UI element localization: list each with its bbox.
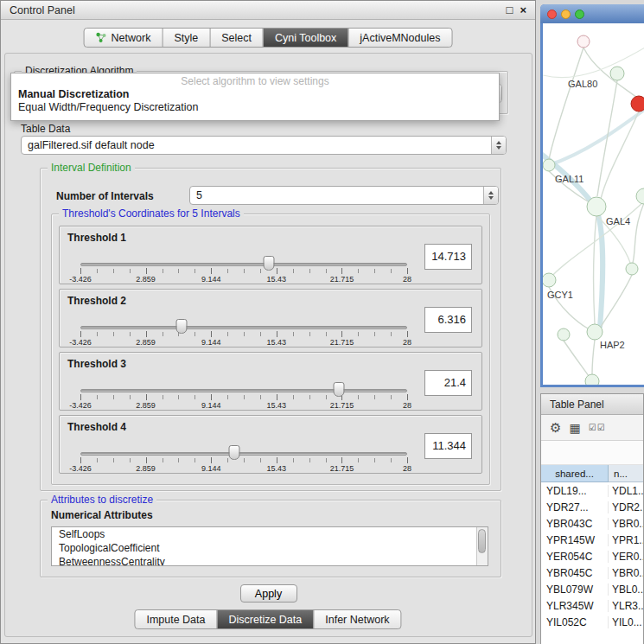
network-edge[interactable] <box>549 108 644 165</box>
table-cell[interactable]: YLR3... <box>609 600 643 612</box>
zoom-traffic-light-icon[interactable] <box>575 10 584 19</box>
threshold-slider[interactable]: -3.4262.8599.14415.4321.71528 <box>80 258 407 284</box>
threshold-slider[interactable]: -3.4262.8599.14415.4321.71528 <box>80 447 407 473</box>
network-node[interactable] <box>610 67 624 80</box>
table-data-combobox[interactable]: galFiltered.sif default node <box>21 136 507 155</box>
table-cell[interactable]: YIL052C <box>541 616 609 628</box>
slider-track[interactable] <box>80 326 407 329</box>
tab-style[interactable]: Style <box>162 29 209 47</box>
network-node[interactable] <box>631 96 644 112</box>
column-header-shared-name[interactable]: shared... <box>541 465 609 482</box>
threshold-slider[interactable]: -3.4262.8599.14415.4321.71528 <box>80 384 407 410</box>
table-cell[interactable]: YPR145W <box>541 534 609 546</box>
slider-track[interactable] <box>80 452 407 456</box>
network-node[interactable] <box>587 324 603 340</box>
slider-track[interactable] <box>80 263 407 266</box>
combo-spinner-icon[interactable] <box>483 187 498 204</box>
slider-thumb[interactable] <box>264 256 275 271</box>
network-node[interactable] <box>626 263 638 275</box>
network-edge[interactable] <box>601 112 639 199</box>
table-row[interactable]: YDL19...YDL1... <box>541 482 643 499</box>
list-item[interactable]: BetweennessCentrality <box>52 555 488 566</box>
table-panel-titlebar[interactable]: Table Panel <box>541 394 643 415</box>
network-edge[interactable] <box>549 48 583 160</box>
network-edge[interactable] <box>564 341 589 376</box>
network-node[interactable] <box>543 273 556 287</box>
slider-thumb[interactable] <box>228 445 239 460</box>
network-canvas[interactable]: GAL80GAL11GAL4GCY1HAP2 <box>543 23 644 385</box>
table-cell[interactable]: YBR045C <box>541 567 609 579</box>
table-cell[interactable]: YBR0... <box>609 518 643 530</box>
control-panel-titlebar[interactable]: Control Panel □ × <box>1 1 535 20</box>
network-node[interactable] <box>636 188 644 204</box>
scrollbar-thumb[interactable] <box>478 529 486 553</box>
table-cell[interactable]: YDL19... <box>541 485 609 497</box>
tab-cyni-toolbox[interactable]: Cyni Toolbox <box>263 29 348 47</box>
tab-jactivemnodules[interactable]: jActiveMNodules <box>348 29 451 47</box>
slider-thumb[interactable] <box>176 319 188 334</box>
float-window-icon[interactable]: □ <box>507 4 513 16</box>
list-scrollbar[interactable] <box>476 527 488 565</box>
table-cell[interactable]: YLR345W <box>541 600 609 612</box>
network-edge[interactable] <box>592 340 595 374</box>
table-row[interactable]: YBR045CYBR0... <box>541 564 643 581</box>
network-edge[interactable] <box>594 215 596 324</box>
table-cell[interactable]: YBR043C <box>541 518 609 530</box>
table-row[interactable]: YER054CYER0... <box>541 548 643 564</box>
table-row[interactable]: YPR145WYPR1... <box>541 532 643 548</box>
tab-network[interactable]: Network <box>85 29 163 47</box>
table-cell[interactable]: YDR27... <box>541 501 609 513</box>
table-cell[interactable]: YER054C <box>541 551 609 563</box>
number-of-intervals-combobox[interactable]: 5 <box>189 186 499 205</box>
threshold-value-field[interactable]: 21.4 <box>424 370 472 396</box>
close-window-icon[interactable]: × <box>520 4 526 16</box>
table-row[interactable]: YLR345WYLR3... <box>541 597 643 614</box>
slider-tick-label: 21.715 <box>330 401 354 410</box>
threshold-value-field[interactable]: 6.316 <box>424 307 472 333</box>
network-node[interactable] <box>558 328 570 341</box>
close-traffic-light-icon[interactable] <box>547 10 557 19</box>
numerical-attributes-listbox[interactable]: SelfLoopsTopologicalCoefficientBetweenne… <box>51 526 488 566</box>
list-item[interactable]: SelfLoops <box>52 527 488 541</box>
slider-thumb[interactable] <box>333 382 344 397</box>
column-header-name[interactable]: n... <box>609 465 643 482</box>
network-node[interactable] <box>587 197 606 216</box>
tab-impute-data[interactable]: Impute Data <box>135 610 216 628</box>
table-cell[interactable]: YBL079W <box>541 583 609 596</box>
table-row[interactable]: YIL052CYIL0... <box>541 614 643 630</box>
apply-button[interactable]: Apply <box>240 584 297 603</box>
tab-select[interactable]: Select <box>209 29 263 47</box>
table-cell[interactable]: YDL1... <box>609 485 643 497</box>
network-node[interactable] <box>543 159 555 171</box>
table-cell[interactable]: YDR2... <box>609 501 643 513</box>
threshold-value-field[interactable]: 11.344 <box>424 433 472 459</box>
table-cell[interactable]: YER0... <box>609 551 643 563</box>
table-cell[interactable]: YPR1... <box>609 534 643 546</box>
threshold-value-field[interactable]: 14.713 <box>424 244 472 270</box>
row-select-checkbox-icons[interactable]: ☑☑ <box>589 423 606 432</box>
tab-infer-network[interactable]: Infer Network <box>313 610 400 628</box>
slider-major-tick <box>146 268 147 274</box>
list-item[interactable]: TopologicalCoefficient <box>52 541 488 555</box>
dropdown-option-equal-width-frequency[interactable]: Equal Width/Frequency Discretization <box>11 100 499 113</box>
network-edge[interactable] <box>633 203 644 263</box>
table-cell[interactable]: YBR0... <box>609 567 643 579</box>
table-cell[interactable]: YBL0... <box>609 583 643 596</box>
network-window-titlebar[interactable] <box>540 4 644 23</box>
columns-icon[interactable]: ▦ <box>569 421 580 435</box>
table-cell[interactable]: YIL0... <box>609 616 643 628</box>
table-row[interactable]: YBL079WYBL0... <box>541 581 643 597</box>
settings-gear-icon[interactable]: ⚙ <box>550 420 561 436</box>
network-node[interactable] <box>585 374 599 385</box>
minimize-traffic-light-icon[interactable] <box>561 10 571 19</box>
network-edge[interactable] <box>601 275 632 327</box>
algorithm-dropdown-popup: Select algorithm to view settings Manual… <box>10 73 500 121</box>
network-node[interactable] <box>577 35 590 48</box>
combo-spinner-icon[interactable] <box>491 137 506 154</box>
tab-discretize-data[interactable]: Discretize Data <box>217 610 314 628</box>
dropdown-option-manual-discretization[interactable]: Manual Discretization <box>11 87 499 100</box>
slider-track[interactable] <box>80 389 407 392</box>
table-row[interactable]: YDR27...YDR2... <box>541 499 643 515</box>
threshold-slider[interactable]: -3.4262.8599.14415.4321.71528 <box>80 321 407 347</box>
table-row[interactable]: YBR043CYBR0... <box>541 515 643 532</box>
